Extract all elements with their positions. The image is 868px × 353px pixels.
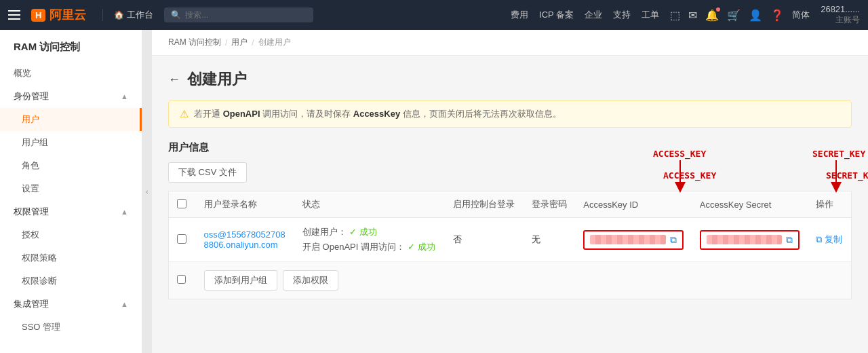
row-checkbox[interactable] [177, 234, 186, 244]
sidebar-item-authorize[interactable]: 授权 [0, 223, 142, 246]
download-csv-button[interactable]: 下载 CSV 文件 [168, 162, 247, 183]
th-checkbox [169, 191, 196, 218]
cart-icon[interactable]: 🛒 [727, 9, 741, 22]
logo-text: 阿里云 [50, 7, 86, 23]
status-cell: 创建用户： ✓ 成功 开启 OpenAPI 调用访问： ✓ 成功 [302, 226, 437, 253]
sidebar-item-policy[interactable]: 权限策略 [0, 246, 142, 270]
access-key-id-blurred [590, 235, 666, 244]
add-to-group-button[interactable]: 添加到用户组 [204, 270, 277, 291]
th-access-key-secret: AccessKey Secret [692, 191, 808, 218]
top-navigation: H 阿里云 🏠 工作台 🔍 费用 ICP 备案 企业 支持 工单 ⬚ ✉ 🔔 🛒… [0, 0, 868, 30]
td-login-pwd: 无 [524, 218, 576, 262]
breadcrumb-sep1: / [225, 38, 227, 48]
copy-icon-link: ⧉ [816, 234, 822, 245]
back-button[interactable]: ← [168, 73, 180, 87]
sidebar-item-users[interactable]: 用户 [0, 108, 142, 131]
login-pwd-value: 无 [532, 234, 540, 244]
sidebar-title: RAM 访问控制 [0, 30, 142, 62]
warning-icon: ⚠ [180, 108, 189, 120]
td-operation: ⧉ 复制 [808, 218, 851, 262]
lang-switcher[interactable]: 简体 [792, 9, 810, 21]
nav-links: 费用 ICP 备案 企业 支持 工单 [511, 9, 659, 21]
sidebar-item-roles[interactable]: 角色 [0, 154, 142, 177]
breadcrumb-sep2: / [252, 38, 254, 48]
td-status: 创建用户： ✓ 成功 开启 OpenAPI 调用访问： ✓ 成功 [294, 218, 445, 262]
nav-link-fee[interactable]: 费用 [511, 9, 528, 21]
sidebar-item-settings[interactable]: 设置 [0, 177, 142, 200]
td-checkbox [169, 218, 196, 262]
footer-checkbox[interactable] [177, 275, 186, 284]
footer-buttons: 添加到用户组 添加权限 [204, 270, 844, 291]
console-login-value: 否 [453, 234, 462, 244]
sidebar-section-permissions[interactable]: 权限管理 ▲ [0, 200, 142, 223]
nav-link-enterprise[interactable]: 企业 [585, 9, 602, 21]
nav-icons: ⬚ ✉ 🔔 🛒 👤 ❓ 简体 [670, 9, 810, 22]
email-icon[interactable]: ✉ [688, 9, 697, 22]
search-input[interactable] [185, 10, 307, 20]
sidebar-item-diagnosis[interactable]: 权限诊断 [0, 270, 142, 293]
identity-collapse-arrow: ▲ [121, 92, 128, 100]
integration-collapse-arrow: ▲ [121, 300, 128, 308]
sidebar-sub-identity: 用户 用户组 角色 设置 [0, 108, 142, 200]
th-console-login: 启用控制台登录 [445, 191, 524, 218]
workbench-link[interactable]: 🏠 工作台 [102, 9, 153, 21]
person-icon[interactable]: 👤 [749, 9, 762, 22]
breadcrumb-users[interactable]: 用户 [231, 37, 248, 48]
sidebar-sub-permissions: 授权 权限策略 权限诊断 [0, 223, 142, 293]
main-content: RAM 访问控制 / 用户 / 创建用户 ← 创建用户 ⚠ 若开通 OpenAP… [152, 30, 868, 353]
sidebar-section-integration[interactable]: 集成管理 ▲ [0, 293, 142, 316]
td-access-key-secret: ⧉ [692, 218, 808, 262]
table-actions: 下载 CSV 文件 [168, 162, 852, 183]
page-header: ← 创建用户 [168, 69, 852, 90]
username-link[interactable]: oss@1556780527088806.onaliyun.com [204, 229, 285, 250]
table-footer-row: 添加到用户组 添加权限 [169, 262, 852, 299]
breadcrumb: RAM 访问控制 / 用户 / 创建用户 [152, 30, 868, 56]
footer-actions-cell: 添加到用户组 添加权限 [196, 262, 852, 299]
status-line-1: 创建用户： ✓ 成功 [302, 226, 437, 238]
sidebar-section-identity[interactable]: 身份管理 ▲ [0, 85, 142, 108]
access-key-secret-box: ⧉ [700, 230, 800, 250]
th-access-key-id: AccessKey ID [575, 191, 692, 218]
status-success-2: ✓ 成功 [408, 241, 435, 253]
nav-link-icp[interactable]: ICP 备案 [539, 9, 574, 21]
access-key-id-box: ⧉ [583, 230, 684, 250]
table-row: oss@1556780527088806.onaliyun.com 创建用户： … [169, 218, 852, 262]
nav-link-ticket[interactable]: 工单 [642, 9, 659, 21]
sidebar-sub-integration: SSO 管理 [0, 316, 142, 339]
copy-label[interactable]: 复制 [825, 234, 842, 246]
logo-icon: H [31, 9, 45, 22]
sidebar-item-sso[interactable]: SSO 管理 [0, 316, 142, 339]
search-box[interactable]: 🔍 [164, 7, 313, 22]
sidebar-toggle[interactable]: ‹ [142, 30, 152, 353]
warning-text: 若开通 OpenAPI 调用访问，请及时保存 AccessKey 信息，页面关闭… [194, 108, 561, 120]
access-key-id-copy-icon[interactable]: ⧉ [670, 234, 677, 246]
page-content: ← 创建用户 ⚠ 若开通 OpenAPI 调用访问，请及时保存 AccessKe… [152, 56, 868, 313]
td-username: oss@1556780527088806.onaliyun.com [196, 218, 294, 262]
copy-button[interactable]: ⧉ 复制 [816, 234, 843, 246]
select-all-checkbox[interactable] [177, 199, 186, 208]
help-icon[interactable]: ❓ [770, 9, 784, 22]
screen-icon[interactable]: ⬚ [670, 9, 680, 22]
section-title: 用户信息 [168, 141, 852, 154]
breadcrumb-ram[interactable]: RAM 访问控制 [168, 37, 221, 48]
sidebar-item-usergroups[interactable]: 用户组 [0, 131, 142, 154]
add-permission-button[interactable]: 添加权限 [283, 270, 338, 291]
status-success-1: ✓ 成功 [349, 226, 377, 238]
th-status: 状态 [294, 191, 445, 218]
sidebar: RAM 访问控制 概览 身份管理 ▲ 用户 用户组 角色 设置 权限管理 ▲ [0, 30, 142, 353]
page-title: 创建用户 [187, 69, 247, 90]
td-access-key-id: ⧉ [575, 218, 692, 262]
bell-icon[interactable]: 🔔 [705, 9, 719, 22]
sidebar-item-overview[interactable]: 概览 [0, 62, 142, 85]
status-line-2: 开启 OpenAPI 调用访问： ✓ 成功 [302, 241, 437, 253]
hamburger-menu[interactable] [8, 10, 20, 20]
nav-link-support[interactable]: 支持 [613, 9, 631, 21]
access-key-secret-copy-icon[interactable]: ⧉ [786, 234, 793, 246]
status-text-2: 开启 OpenAPI 调用访问： [302, 241, 405, 253]
user-info[interactable]: 26821...... 主账号 [821, 4, 860, 26]
table-header-row: 用户登录名称 状态 启用控制台登录 登录密码 AccessKey ID Acce… [169, 191, 852, 218]
user-uid: 26821...... [821, 4, 860, 14]
th-login-pwd: 登录密码 [524, 191, 576, 218]
status-text-1: 创建用户： [302, 226, 347, 238]
user-table: 用户登录名称 状态 启用控制台登录 登录密码 AccessKey ID Acce… [168, 191, 852, 299]
